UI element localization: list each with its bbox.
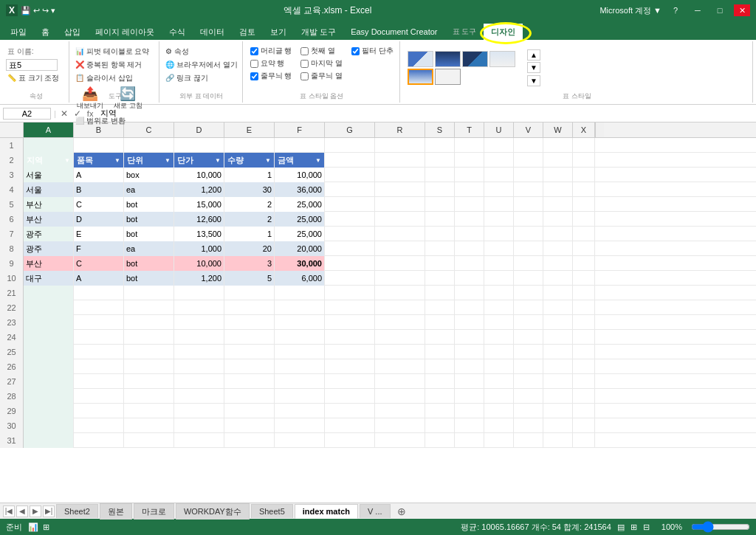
cell-T2[interactable] [455, 153, 484, 168]
cell-S31[interactable] [425, 433, 455, 448]
cell-F1[interactable] [275, 138, 325, 153]
cell-F29[interactable] [275, 404, 325, 418]
cell-W30[interactable] [543, 418, 573, 433]
cell-U7[interactable] [484, 227, 514, 241]
cell-T24[interactable] [455, 330, 484, 345]
cell-A23[interactable] [24, 315, 74, 330]
cell-T7[interactable] [455, 227, 484, 241]
cell-S9[interactable] [425, 256, 455, 271]
cell-R28[interactable] [375, 389, 425, 404]
cell-X23[interactable] [573, 315, 595, 330]
add-sheet-button[interactable]: ⊕ [395, 505, 408, 518]
cell-G22[interactable] [325, 300, 375, 315]
cell-G25[interactable] [325, 345, 375, 359]
cell-T5[interactable] [455, 197, 484, 212]
cell-E3[interactable]: 1 [224, 168, 275, 182]
cell-S30[interactable] [425, 418, 455, 433]
cell-V6[interactable] [514, 212, 543, 227]
cell-A7[interactable]: 광주 [24, 227, 74, 241]
cell-C7[interactable]: bot [124, 227, 174, 241]
cell-R25[interactable] [375, 345, 425, 359]
cell-A2[interactable]: 지역▼ [24, 153, 74, 168]
pivot-summary-btn[interactable]: 📊 피벗 테이블로 요약 [74, 46, 156, 58]
open-browser-btn[interactable]: 🌐 브라우저에서 열기 [164, 59, 239, 71]
cell-U22[interactable] [484, 300, 514, 315]
cell-S6[interactable] [425, 212, 455, 227]
cell-R31[interactable] [375, 433, 425, 448]
tab-easy-doc[interactable]: Easy Document Creator [343, 24, 444, 40]
col-header-A[interactable]: A [24, 122, 74, 137]
cell-D3[interactable]: 10,000 [174, 168, 224, 182]
cell-D5[interactable]: 15,000 [174, 197, 224, 212]
cell-U29[interactable] [484, 404, 514, 418]
cell-F24[interactable] [275, 330, 325, 345]
cell-E29[interactable] [224, 404, 275, 418]
table-name-input[interactable] [6, 59, 58, 71]
cell-F28[interactable] [275, 389, 325, 404]
col-header-D[interactable]: D [174, 122, 224, 137]
cell-D1[interactable] [174, 138, 224, 153]
tab-review[interactable]: 검토 [232, 24, 263, 40]
cell-C4[interactable]: ea [124, 182, 174, 197]
cell-F27[interactable] [275, 374, 325, 389]
cell-S7[interactable] [425, 227, 455, 241]
cell-C25[interactable] [124, 345, 174, 359]
cell-B30[interactable] [74, 418, 124, 433]
cell-D26[interactable] [174, 359, 224, 374]
cell-reference-box[interactable] [3, 108, 51, 120]
check-banded-cols[interactable]: 줄무늬 열 [300, 71, 343, 81]
cell-V4[interactable] [514, 182, 543, 197]
cell-G7[interactable] [325, 227, 375, 241]
cell-G24[interactable] [325, 330, 375, 345]
cell-G27[interactable] [325, 374, 375, 389]
cell-U1[interactable] [484, 138, 514, 153]
cell-W8[interactable] [543, 241, 573, 256]
cell-F2[interactable]: 금액▼ [275, 153, 325, 168]
cell-T22[interactable] [455, 300, 484, 315]
cell-X25[interactable] [573, 345, 595, 359]
style-box-3[interactable] [462, 51, 488, 67]
sheet-nav-first[interactable]: |◀ [3, 505, 15, 517]
cell-S10[interactable] [425, 271, 455, 286]
check-banded-rows[interactable]: 줄무늬 행 [250, 71, 292, 81]
cell-E27[interactable] [224, 374, 275, 389]
cell-G31[interactable] [325, 433, 375, 448]
status-icon-2[interactable]: ⊞ [43, 522, 49, 532]
cell-X1[interactable] [573, 138, 595, 153]
cell-U26[interactable] [484, 359, 514, 374]
cell-T4[interactable] [455, 182, 484, 197]
cell-W21[interactable] [543, 286, 573, 300]
style-scroll-up[interactable]: ▲ [527, 49, 540, 61]
cell-A29[interactable] [24, 404, 74, 418]
cell-U21[interactable] [484, 286, 514, 300]
cell-U27[interactable] [484, 374, 514, 389]
cell-G9[interactable] [325, 256, 375, 271]
cell-T27[interactable] [455, 374, 484, 389]
cell-G28[interactable] [325, 389, 375, 404]
cell-X4[interactable] [573, 182, 595, 197]
style-box-6[interactable] [435, 69, 461, 85]
cell-D8[interactable]: 1,000 [174, 241, 224, 256]
cell-X24[interactable] [573, 330, 595, 345]
style-box-2[interactable] [435, 51, 461, 67]
cancel-formula-btn[interactable]: ✕ [59, 108, 69, 119]
restore-button[interactable]: □ [712, 4, 728, 16]
cell-F30[interactable] [275, 418, 325, 433]
cell-U31[interactable] [484, 433, 514, 448]
cell-T29[interactable] [455, 404, 484, 418]
cell-D10[interactable]: 1,200 [174, 271, 224, 286]
view-layout-btn[interactable]: ⊞ [630, 522, 637, 532]
cell-R23[interactable] [375, 315, 425, 330]
cell-R8[interactable] [375, 241, 425, 256]
style-box-5[interactable] [408, 69, 433, 85]
cell-G1[interactable] [325, 138, 375, 153]
cell-W2[interactable] [543, 153, 573, 168]
cell-T8[interactable] [455, 241, 484, 256]
cell-C27[interactable] [124, 374, 174, 389]
cell-V5[interactable] [514, 197, 543, 212]
cell-X21[interactable] [573, 286, 595, 300]
cell-D28[interactable] [174, 389, 224, 404]
cell-V3[interactable] [514, 168, 543, 182]
cell-T6[interactable] [455, 212, 484, 227]
cell-S22[interactable] [425, 300, 455, 315]
